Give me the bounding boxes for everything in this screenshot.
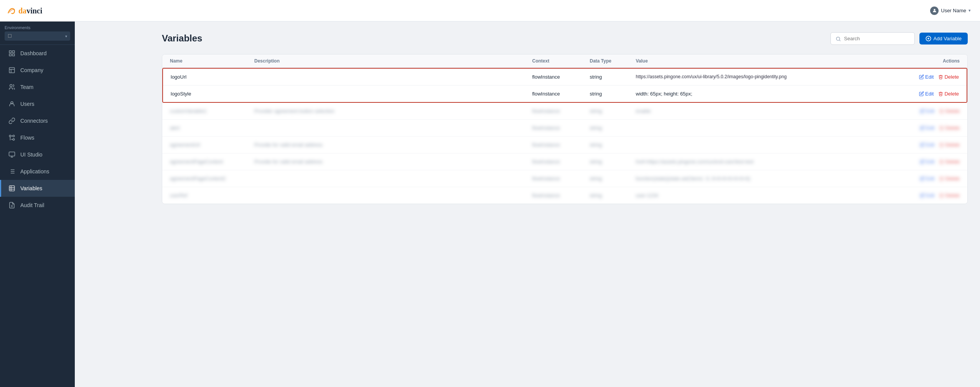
logo-text: davinci <box>18 7 42 15</box>
edit-button[interactable]: Edit <box>919 91 934 97</box>
svg-rect-2 <box>9 54 11 56</box>
sidebar-item-variables[interactable]: Variables <box>0 180 75 197</box>
logo-icon <box>7 7 18 15</box>
edit-button[interactable]: Edit <box>920 176 934 181</box>
trash-icon <box>938 91 943 96</box>
dashboard-icon <box>8 49 16 57</box>
header-actions: Add Variable <box>830 32 968 45</box>
delete-button[interactable]: Delete <box>938 74 959 80</box>
row-description: Provider agreement button selection <box>254 108 532 114</box>
environments-section: Environments ☐ ▾ <box>0 21 75 45</box>
edit-button[interactable]: Edit <box>920 125 934 131</box>
env-label: Environments <box>5 25 70 30</box>
row-value: function(state){state.set('items', 0, 0=… <box>636 176 914 181</box>
users-label: Users <box>20 101 35 107</box>
row-value: width: 65px; height: 65px; <box>636 91 913 97</box>
delete-button[interactable]: Delete <box>939 176 960 181</box>
sidebar-item-users[interactable]: Users <box>0 96 75 112</box>
row-value: user-1234 <box>636 193 914 198</box>
row-value: href=https://assets.pingone.com/ux/end-u… <box>636 159 914 165</box>
row-datatype: string <box>590 91 636 97</box>
sidebar-item-uistudio[interactable]: UI Studio <box>0 146 75 163</box>
sidebar-item-audittrail[interactable]: Audit Trail <box>0 197 75 214</box>
row-actions: Edit Delete <box>913 74 959 80</box>
company-icon <box>8 66 16 74</box>
add-variable-button[interactable]: Add Variable <box>919 33 968 44</box>
trash-icon <box>938 74 943 79</box>
col-description: Description <box>254 58 532 64</box>
sidebar-item-company[interactable]: Company <box>0 62 75 79</box>
audittrail-icon <box>8 201 16 209</box>
row-description: Provide for valid email address <box>254 159 532 165</box>
users-icon <box>8 100 16 108</box>
col-value: Value <box>636 58 914 64</box>
search-input[interactable] <box>844 36 910 41</box>
flows-icon <box>8 134 16 142</box>
row-datatype: string <box>590 74 636 80</box>
delete-button[interactable]: Delete <box>939 125 960 131</box>
connectors-icon <box>8 117 16 125</box>
edit-button[interactable]: Edit <box>920 159 934 165</box>
search-box[interactable] <box>830 32 915 45</box>
user-name: User Name <box>941 8 966 13</box>
main-content: Variables Add Variable Name Description … <box>150 21 980 387</box>
row-value: enable <box>636 108 914 114</box>
sidebar-item-applications[interactable]: Applications <box>0 163 75 180</box>
table-row: userRef flowInstance string user-1234 Ed… <box>162 187 967 204</box>
edit-button[interactable]: Edit <box>920 142 934 148</box>
delete-button[interactable]: Delete <box>938 91 959 97</box>
svg-point-5 <box>10 84 12 87</box>
col-name: Name <box>170 58 254 64</box>
sidebar: davinci Environments ☐ ▾ Dashboard Compa… <box>0 0 75 387</box>
pencil-icon <box>919 91 924 96</box>
dashboard-label: Dashboard <box>20 50 47 56</box>
blurred-rows: customVariable1 Provider agreement butto… <box>162 103 967 204</box>
row-description: Provide for valid email address <box>254 142 532 148</box>
sidebar-item-dashboard[interactable]: Dashboard <box>0 45 75 62</box>
row-datatype: string <box>590 142 636 148</box>
user-chevron-icon: ▾ <box>968 8 971 13</box>
sidebar-item-connectors[interactable]: Connectors <box>0 112 75 129</box>
applications-label: Applications <box>20 168 49 175</box>
applications-icon <box>8 168 16 175</box>
user-menu[interactable]: User Name ▾ <box>930 7 971 15</box>
row-context: flowInstance <box>532 74 590 80</box>
edit-button[interactable]: Edit <box>920 108 934 114</box>
row-name: agreementPageContent2 <box>170 176 254 181</box>
row-actions: Edit Delete <box>913 91 959 97</box>
row-name: alert <box>170 125 254 131</box>
row-name: agreementPageContent <box>170 159 254 165</box>
row-context: flowInstance <box>532 108 590 114</box>
sidebar-item-team[interactable]: Team <box>0 79 75 96</box>
row-datatype: string <box>590 159 636 165</box>
delete-button[interactable]: Delete <box>939 108 960 114</box>
env-selector[interactable]: ☐ ▾ <box>5 31 70 41</box>
delete-button[interactable]: Delete <box>939 193 960 198</box>
table-row: agreementPageContent Provide for valid e… <box>162 153 967 170</box>
delete-button[interactable]: Delete <box>939 159 960 165</box>
svg-rect-17 <box>9 186 15 191</box>
svg-point-23 <box>934 9 935 10</box>
uistudio-icon <box>8 151 16 158</box>
row-datatype: string <box>590 125 636 131</box>
row-actions: Edit Delete <box>914 108 960 114</box>
logo-area: davinci <box>0 0 75 21</box>
table-row: alert flowInstance string Edit Delete <box>162 120 967 137</box>
row-name: logoStyle <box>171 91 255 97</box>
variables-table: Name Description Context Data Type Value… <box>162 54 968 204</box>
variables-label: Variables <box>20 185 42 191</box>
row-datatype: string <box>590 193 636 198</box>
row-actions: Edit Delete <box>914 193 960 198</box>
delete-button[interactable]: Delete <box>939 142 960 148</box>
row-name: logoUrl <box>171 74 255 80</box>
audittrail-label: Audit Trail <box>20 202 44 208</box>
edit-button[interactable]: Edit <box>919 74 934 80</box>
sidebar-item-flows[interactable]: Flows <box>0 129 75 146</box>
row-name: agreementUrl <box>170 142 254 148</box>
edit-button[interactable]: Edit <box>920 193 934 198</box>
row-context: flowInstance <box>532 142 590 148</box>
svg-rect-0 <box>9 51 11 53</box>
flows-label: Flows <box>20 135 35 141</box>
table-row: logoUrl flowInstance string https://asse… <box>163 69 967 86</box>
env-value: ☐ <box>8 33 64 39</box>
